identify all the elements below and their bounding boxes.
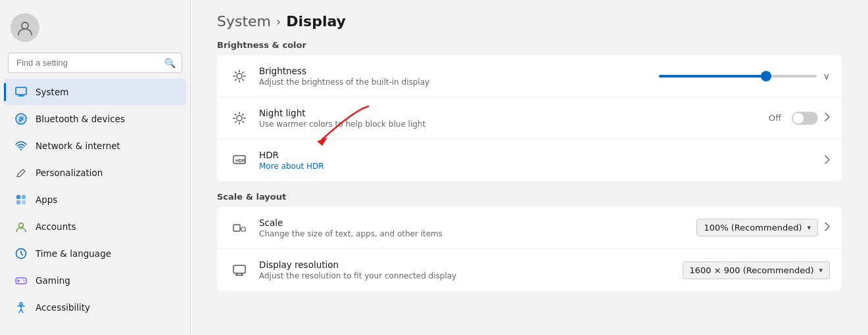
night-light-toggle-label: Off — [769, 113, 781, 123]
svg-line-34 — [243, 121, 244, 122]
night-light-chevron[interactable] — [825, 112, 830, 123]
svg-point-19 — [237, 74, 242, 79]
brightness-text-group: BrightnessAdjust the brightness of the b… — [259, 66, 659, 87]
night-light-text-group: Night lightUse warmer colors to help blo… — [259, 108, 769, 129]
night-light-controls: Off — [769, 112, 830, 125]
settings-card-scale-layout: ScaleChange the size of text, apps, and … — [217, 207, 842, 291]
network-nav-icon — [14, 139, 28, 152]
time-nav-icon — [14, 247, 28, 260]
display-resolution-subtitle: Adjust the resolution to fit your connec… — [259, 271, 683, 280]
brightness-title: Brightness — [259, 66, 659, 76]
hdr-icon: HDR — [229, 150, 250, 171]
svg-rect-42 — [233, 265, 245, 273]
scale-dropdown[interactable]: 100% (Recommended)▾ — [696, 219, 818, 236]
display-resolution-dropdown[interactable]: 1600 × 900 (Recommended)▾ — [683, 261, 830, 279]
sidebar-item-accounts[interactable]: Accounts — [4, 213, 186, 240]
hdr-link[interactable]: More about HDR — [259, 162, 825, 171]
gaming-nav-icon — [14, 274, 28, 287]
scale-icon — [229, 217, 250, 238]
brightness-slider[interactable] — [659, 75, 817, 78]
svg-point-11 — [19, 223, 24, 228]
svg-rect-10 — [22, 200, 26, 204]
settings-row-brightness[interactable]: BrightnessAdjust the brightness of the b… — [217, 55, 842, 97]
scale-title: Scale — [259, 217, 696, 228]
breadcrumb-separator: › — [276, 14, 281, 28]
settings-row-hdr[interactable]: HDR HDRMore about HDR — [217, 139, 842, 181]
sidebar-item-label-personalization: Personalization — [36, 168, 103, 178]
search-input[interactable] — [8, 53, 182, 73]
svg-line-35 — [243, 114, 244, 115]
scale-subtitle: Change the size of text, apps, and other… — [259, 229, 696, 238]
section-label-scale-layout: Scale & layout — [217, 192, 842, 202]
sidebar-item-label-bluetooth: Bluetooth & devices — [36, 114, 125, 124]
section-label-brightness-color: Brightness & color — [217, 40, 842, 50]
sidebar-item-system[interactable]: System — [4, 79, 186, 105]
night-light-title: Night light — [259, 108, 769, 118]
search-box: 🔍 — [8, 53, 182, 73]
nav-list: System Bluetooth & devices Network & int… — [0, 78, 190, 321]
svg-line-33 — [235, 114, 237, 115]
svg-rect-8 — [22, 195, 26, 199]
settings-row-display-resolution[interactable]: Display resolutionAdjust the resolution … — [217, 249, 842, 291]
scale-chevron[interactable] — [825, 222, 830, 233]
scale-text-group: ScaleChange the size of text, apps, and … — [259, 217, 696, 238]
svg-rect-1 — [16, 87, 26, 95]
sidebar-item-apps[interactable]: Apps — [4, 187, 186, 213]
sidebar-item-label-gaming: Gaming — [36, 275, 70, 286]
svg-point-6 — [20, 148, 22, 150]
hdr-controls — [825, 155, 830, 166]
sidebar-item-personalization[interactable]: Personalization — [4, 160, 186, 186]
sidebar-item-label-accounts: Accounts — [36, 221, 76, 232]
brightness-icon — [229, 66, 250, 87]
main-content: System › Display Brightness & color Brig… — [191, 0, 868, 335]
hdr-chevron[interactable] — [825, 155, 830, 166]
hdr-text-group: HDRMore about HDR — [259, 150, 825, 171]
display-resolution-icon — [229, 259, 250, 280]
display-resolution-title: Display resolution — [259, 259, 683, 270]
sidebar-item-gaming[interactable]: Gaming — [4, 267, 186, 294]
hdr-title: HDR — [259, 150, 825, 160]
svg-line-36 — [235, 121, 237, 122]
sidebar-item-accessibility[interactable]: Accessibility — [4, 294, 186, 321]
svg-point-17 — [24, 280, 25, 282]
display-resolution-dropdown-arrow: ▾ — [819, 266, 823, 275]
scale-controls: 100% (Recommended)▾ — [696, 219, 830, 236]
display-resolution-controls: 1600 × 900 (Recommended)▾ — [683, 261, 830, 279]
svg-point-0 — [22, 22, 28, 29]
svg-point-16 — [23, 280, 24, 281]
scale-dropdown-arrow: ▾ — [807, 223, 811, 232]
settings-row-night-light[interactable]: Night lightUse warmer colors to help blo… — [217, 97, 842, 139]
sidebar-item-label-accessibility: Accessibility — [36, 302, 90, 313]
settings-row-scale[interactable]: ScaleChange the size of text, apps, and … — [217, 207, 842, 249]
sidebar-item-label-network: Network & internet — [36, 141, 120, 151]
user-avatar-section — [0, 8, 190, 53]
breadcrumb: System › Display — [217, 13, 842, 30]
svg-line-26 — [243, 72, 244, 73]
breadcrumb-current: Display — [286, 13, 346, 30]
night-light-icon — [229, 108, 250, 129]
sidebar: 🔍 System Bluetooth & devices Network & i… — [0, 0, 191, 335]
display-resolution-dropdown-value: 1600 × 900 (Recommended) — [690, 265, 814, 275]
sidebar-item-label-time: Time & language — [36, 248, 111, 259]
night-light-subtitle: Use warmer colors to help block blue lig… — [259, 120, 769, 129]
sidebar-item-network[interactable]: Network & internet — [4, 133, 186, 159]
accessibility-nav-icon — [14, 301, 28, 314]
system-nav-icon — [14, 85, 28, 99]
sidebar-item-bluetooth[interactable]: Bluetooth & devices — [4, 106, 186, 132]
section-scale-layout: Scale & layout ScaleChange the size of t… — [217, 192, 842, 291]
svg-line-25 — [243, 79, 244, 80]
brightness-expand-chevron[interactable]: ∨ — [823, 71, 830, 81]
night-light-toggle[interactable] — [792, 112, 818, 125]
bluetooth-nav-icon — [14, 112, 28, 125]
display-resolution-text-group: Display resolutionAdjust the resolution … — [259, 259, 683, 280]
section-brightness-color: Brightness & color BrightnessAdjust the … — [217, 40, 842, 181]
svg-line-24 — [235, 72, 237, 73]
svg-rect-41 — [241, 227, 245, 231]
svg-point-28 — [237, 116, 242, 121]
settings-card-brightness-color: BrightnessAdjust the brightness of the b… — [217, 55, 842, 181]
scale-dropdown-value: 100% (Recommended) — [704, 223, 802, 233]
avatar[interactable] — [11, 13, 39, 42]
sidebar-item-label-system: System — [36, 87, 68, 97]
svg-text:HDR: HDR — [235, 158, 245, 163]
sidebar-item-time[interactable]: Time & language — [4, 240, 186, 267]
